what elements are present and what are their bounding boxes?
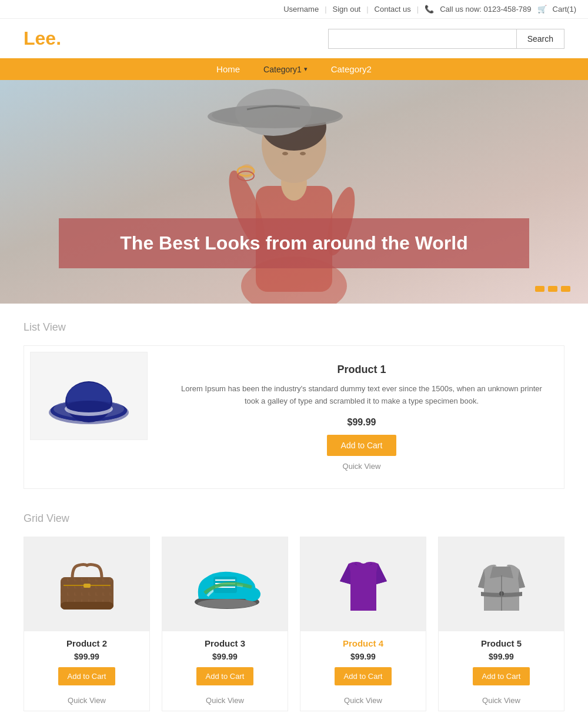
product5-price: $99.99 [439, 652, 564, 661]
nav-category1[interactable]: Category1 ▾ [263, 65, 308, 74]
username-label[interactable]: Username [283, 5, 319, 14]
main-content: List View Product 1 Lorem Ipsum has been… [12, 321, 576, 726]
hero-image [171, 80, 417, 304]
header: Lee. Search [0, 19, 588, 58]
separator-1: | [325, 5, 326, 14]
cart-icon: 🛒 [537, 5, 547, 14]
nav-category2[interactable]: Category2 [331, 64, 372, 74]
product1-description: Lorem Ipsum has been the industry's stan… [177, 383, 546, 408]
nav-category1-label: Category1 [263, 65, 302, 74]
hero-title: The Best Looks from around the World [94, 232, 494, 254]
product1-price: $99.99 [177, 417, 546, 428]
product2-handbag-icon: L [52, 555, 122, 614]
separator-3: | [417, 5, 419, 14]
product4-tshirt-icon [334, 552, 393, 617]
product3-image [162, 537, 288, 631]
separator-2: | [366, 5, 368, 14]
hero-text-box: The Best Looks from around the World [59, 218, 529, 268]
search-button[interactable]: Search [516, 29, 564, 49]
svg-point-37 [198, 599, 256, 608]
top-bar: Username | Sign out | Contact us | 📞 Cal… [0, 0, 588, 19]
phone-label: Call us now: 0123-458-789 [440, 5, 531, 14]
logo-dot: . [56, 28, 61, 49]
logo-text: Lee [24, 28, 56, 49]
phone-icon: 📞 [425, 5, 434, 14]
list-view-container: Product 1 Lorem Ipsum has been the indus… [24, 345, 564, 489]
hero-dot-1[interactable] [535, 286, 544, 292]
grid-product-2: L Product 2 $99.99 Add to Cart Quick Vie… [24, 537, 150, 711]
grid-product-4: Product 4 $99.99 Add to Cart Quick View [300, 537, 426, 711]
product1-quick-view[interactable]: Quick View [177, 462, 546, 471]
cart-link[interactable]: Cart(1) [553, 5, 576, 14]
product5-add-to-cart[interactable]: Add to Cart [473, 667, 530, 685]
svg-point-23 [66, 401, 111, 412]
product1-image [30, 352, 148, 440]
product1-info: Product 1 Lorem Ipsum has been the indus… [165, 352, 558, 482]
svg-point-36 [243, 587, 260, 601]
hero-dot-2[interactable] [548, 286, 557, 292]
product2-image: L [24, 537, 149, 631]
search-input[interactable] [328, 29, 516, 49]
chevron-down-icon: ▾ [304, 65, 308, 73]
product4-add-to-cart[interactable]: Add to Cart [335, 667, 392, 685]
product3-name: Product 3 [162, 638, 288, 648]
signout-link[interactable]: Sign out [333, 5, 361, 14]
svg-point-11 [282, 152, 288, 155]
product1-add-to-cart[interactable]: Add to Cart [327, 435, 397, 456]
svg-point-12 [300, 152, 306, 155]
product1-hat-icon [48, 367, 130, 425]
product2-add-to-cart[interactable]: Add to Cart [58, 667, 116, 685]
hero-dots [535, 286, 570, 292]
grid-view-container: L Product 2 $99.99 Add to Cart Quick Vie… [24, 537, 564, 711]
nav-home[interactable]: Home [216, 64, 240, 74]
contact-link[interactable]: Contact us [375, 5, 411, 14]
grid-product-3: Product 3 $99.99 Add to Cart Quick View [162, 537, 288, 711]
product2-quick-view[interactable]: Quick View [24, 696, 149, 705]
list-view-title: List View [24, 321, 564, 334]
svg-point-10 [208, 105, 343, 128]
product3-price: $99.99 [162, 652, 288, 661]
logo[interactable]: Lee. [24, 28, 61, 49]
product3-quick-view[interactable]: Quick View [162, 696, 288, 705]
product5-jacket-icon [472, 552, 531, 617]
main-nav: Home Category1 ▾ Category2 [0, 58, 588, 80]
hero-dot-3[interactable] [561, 286, 570, 292]
product5-name: Product 5 [439, 638, 564, 648]
product2-name: Product 2 [24, 638, 149, 648]
product4-name: Product 4 [300, 638, 426, 648]
product4-image [300, 537, 426, 631]
product5-image [439, 537, 564, 631]
grid-view-title: Grid View [24, 512, 564, 525]
product2-price: $99.99 [24, 652, 149, 661]
product3-add-to-cart[interactable]: Add to Cart [196, 667, 254, 685]
product3-sneaker-icon [187, 558, 263, 611]
svg-rect-30 [61, 602, 113, 610]
product5-quick-view[interactable]: Quick View [439, 696, 564, 705]
product1-name: Product 1 [177, 364, 546, 376]
product4-price: $99.99 [300, 652, 426, 661]
product4-quick-view[interactable]: Quick View [300, 696, 426, 705]
grid-product-5: Product 5 $99.99 Add to Cart Quick View [438, 537, 564, 711]
search-bar: Search [328, 29, 564, 49]
svg-rect-29 [83, 584, 91, 588]
hero-banner: The Best Looks from around the World [0, 80, 588, 304]
